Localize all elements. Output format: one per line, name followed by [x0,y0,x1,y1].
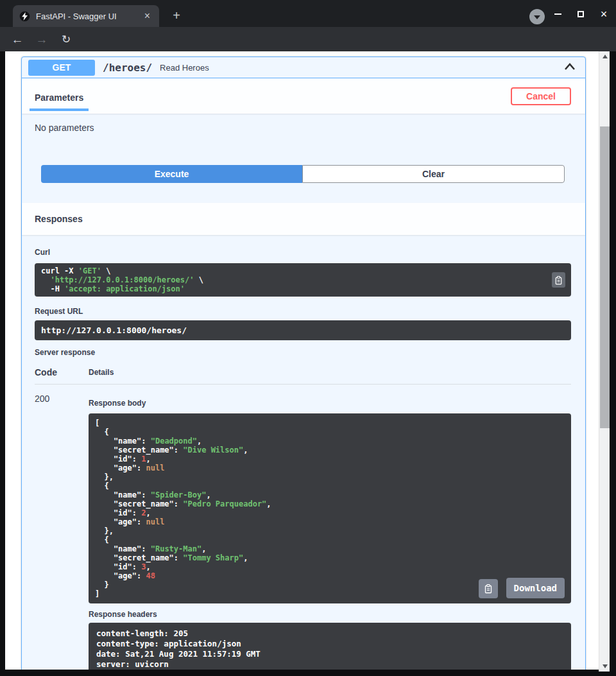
parameters-header: Parameters Cancel [22,78,585,114]
request-url-text: http://127.0.0.1:8000/heroes/ [41,326,565,334]
browser-tab[interactable]: FastAPI - Swagger UI × [13,5,159,27]
back-button[interactable]: ← [9,31,26,48]
maximize-button[interactable] [574,7,588,21]
new-tab-button[interactable]: + [168,8,185,24]
parameters-body: No parameters Execute Clear [22,114,585,203]
window-close-button[interactable]: × [597,7,611,21]
scroll-down-arrow[interactable] [599,661,610,672]
scrollbar-thumb[interactable] [600,126,610,428]
cancel-button[interactable]: Cancel [511,87,571,105]
clear-button[interactable]: Clear [302,165,565,183]
response-headers-label: Response headers [89,610,571,619]
tab-strip: FastAPI - Swagger UI × + × [0,0,616,27]
tab-search-button[interactable] [529,9,545,24]
opblock-get-heroes: GET /heroes/ Read Heroes Parameters Canc… [21,56,586,670]
browser-toolbar: ← → ↻ i 127.0.0.1:8000/docs#/default/rea… [0,27,616,51]
response-body-json: [ { "name": "Deadpond", "secret_name": "… [95,419,565,598]
opblock-summary[interactable]: GET /heroes/ Read Heroes [22,57,585,78]
response-body-actions: Download [479,578,565,598]
reload-button[interactable]: ↻ [58,31,74,48]
parameters-tab[interactable]: Parameters [30,82,89,111]
fastapi-favicon-icon [19,11,30,22]
request-url-label: Request URL [35,307,571,316]
server-response-label: Server response [35,348,571,357]
method-badge: GET [28,60,95,76]
page-scrollbar[interactable] [599,51,610,672]
endpoint-summary: Read Heroes [160,63,563,73]
scroll-up-arrow[interactable] [599,51,610,62]
execute-button[interactable]: Execute [41,165,302,183]
collapse-chevron-up-icon[interactable] [563,62,576,73]
response-row: 200 Response body [ { "name": "Deadpond"… [35,385,571,670]
request-url-block: http://127.0.0.1:8000/heroes/ [35,320,571,340]
parameters-title: Parameters [35,92,83,103]
response-headers-block: content-length: 205 content-type: applic… [89,623,571,670]
details-column-header: Details [89,362,571,385]
minimize-button[interactable] [551,7,565,21]
chevron-down-icon [534,15,540,19]
status-code: 200 [35,385,89,670]
response-headers-text: content-length: 205 content-type: applic… [96,628,563,670]
copy-curl-button[interactable] [552,272,565,288]
tab-close-icon[interactable]: × [142,11,153,21]
responses-body: Curl curl -X 'GET' \ 'http://127.0.0.1:8… [22,235,585,670]
responses-title: Responses [35,214,83,224]
copy-response-button[interactable] [479,579,498,598]
curl-command-block: curl -X 'GET' \ 'http://127.0.0.1:8000/h… [35,263,571,297]
responses-header: Responses [22,203,585,235]
forward-button[interactable]: → [33,31,50,48]
window-controls: × [551,6,611,22]
endpoint-path: /heroes/ [103,62,152,74]
response-body-label: Response body [89,399,571,408]
tab-title: FastAPI - Swagger UI [36,12,142,21]
curl-label: Curl [35,248,571,257]
execute-row: Execute Clear [41,165,565,183]
response-body-block: [ { "name": "Deadpond", "secret_name": "… [89,413,571,603]
no-parameters-text: No parameters [22,114,585,133]
swagger-page: GET /heroes/ Read Heroes Parameters Canc… [5,51,599,670]
server-response-table: Code Details 200 Response body [ { "name… [35,362,571,670]
download-button[interactable]: Download [506,578,565,598]
response-details: Response body [ { "name": "Deadpond", "s… [89,385,571,670]
code-column-header: Code [35,362,89,385]
curl-command-text: curl -X 'GET' \ 'http://127.0.0.1:8000/h… [41,266,545,293]
